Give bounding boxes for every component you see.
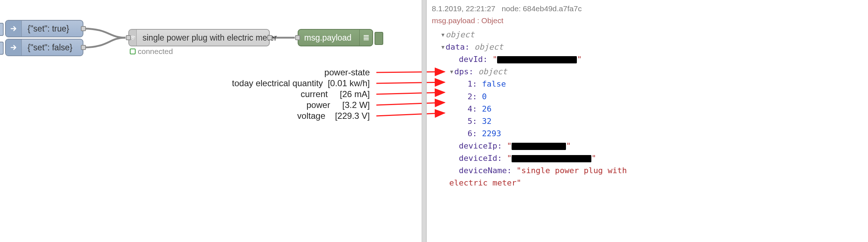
annotation-label: voltage <box>297 111 325 121</box>
inject-arrow-icon <box>6 21 22 37</box>
debug-sidebar: 8.1.2019, 22:21:27 node: 684eb49d.a7fa7c… <box>426 0 662 242</box>
debug-topic: msg.payload : Object <box>432 15 662 27</box>
tree-row-dps-6[interactable]: 6: 2293 <box>432 128 662 140</box>
output-port[interactable] <box>81 26 86 31</box>
tree-value: "" <box>507 154 596 163</box>
tree-key: 2: <box>468 92 478 101</box>
annotation-unit: [3.2 W] <box>342 100 370 110</box>
tree-key: 5: <box>468 117 478 126</box>
redacted-value <box>497 56 577 63</box>
output-port[interactable] <box>81 45 86 50</box>
caret-down-icon[interactable]: ▾ <box>449 66 454 78</box>
annotation-label: today electrical quantity <box>232 78 323 88</box>
input-port[interactable] <box>295 35 300 40</box>
input-port[interactable] <box>126 35 131 40</box>
annotation-unit: [229.3 V] <box>335 111 370 121</box>
annotation-label: current <box>301 89 328 99</box>
debug-msg-header: 8.1.2019, 22:21:27 node: 684eb49d.a7fa7c <box>432 3 662 15</box>
debug-tree[interactable]: ▾object ▾data: object devId: "" ▾dps: ob… <box>432 29 662 189</box>
tree-value: 2293 <box>482 129 501 138</box>
tree-row-data[interactable]: ▾data: object <box>432 41 662 53</box>
tree-row-dps-2[interactable]: 2: 0 <box>432 91 662 103</box>
device-status-text: connected <box>138 47 173 56</box>
redacted-value <box>512 143 566 150</box>
tree-row-dps[interactable]: ▾dps: object <box>432 66 662 78</box>
debug-node[interactable]: msg.payload <box>298 29 373 46</box>
inject-label: {"set": false} <box>28 43 73 52</box>
tree-value: 32 <box>482 117 492 126</box>
device-status: connected <box>130 47 173 56</box>
tree-key: deviceName: <box>459 166 512 175</box>
tree-value: false <box>482 79 506 88</box>
tree-row-deviceid[interactable]: deviceId: "" <box>432 152 662 164</box>
output-port[interactable] <box>267 35 272 40</box>
tree-value: "" <box>492 55 582 64</box>
debug-toggle-button[interactable] <box>375 32 383 45</box>
annotation-unit: [26 mA] <box>340 89 370 99</box>
flow-canvas[interactable]: {"set": true} {"set": false} single powe… <box>0 0 421 242</box>
tree-key: deviceIp: <box>459 141 502 150</box>
debug-label: msg.payload <box>304 33 351 42</box>
annotation-label: power-state <box>325 67 370 77</box>
inject-button[interactable] <box>0 23 4 36</box>
inject-node-set-false[interactable]: {"set": false} <box>5 39 83 56</box>
tree-row-dps-1[interactable]: 1: false <box>432 78 662 90</box>
inject-label: {"set": true} <box>28 24 69 33</box>
tree-value: "" <box>507 141 571 150</box>
tree-key: devId: <box>459 55 488 64</box>
tree-value: 0 <box>482 92 487 101</box>
annotation-row: power [3.2 W] <box>225 100 370 110</box>
tree-key: deviceId: <box>459 154 502 163</box>
annotation-row: voltage [229.3 V] <box>225 111 370 121</box>
tree-value: 26 <box>482 104 492 113</box>
inject-button[interactable] <box>0 42 4 55</box>
tree-row-devid[interactable]: devId: "" <box>432 53 662 66</box>
annotation-row: current [26 mA] <box>225 89 370 99</box>
tree-type: object <box>478 67 507 76</box>
debug-timestamp: 8.1.2019, 22:21:27 <box>432 4 495 13</box>
sidebar-scrollbar[interactable] <box>422 0 426 242</box>
annotation-unit: [0.01 kw/h] <box>328 78 370 88</box>
status-dot-icon <box>130 49 136 54</box>
debug-node-id: node: 684eb49d.a7fa7c <box>502 4 582 13</box>
tree-key: 1: <box>468 79 478 88</box>
tree-key: data: <box>446 42 470 51</box>
tree-key: dps: <box>454 67 474 76</box>
redacted-value <box>512 155 591 162</box>
annotation-label: power <box>306 100 330 110</box>
annotation-row: today electrical quantity [0.01 kw/h] <box>225 78 370 88</box>
tree-row-dps-5[interactable]: 5: 32 <box>432 115 662 128</box>
inject-arrow-icon <box>6 39 22 55</box>
tree-row-root[interactable]: ▾object <box>432 29 662 41</box>
inject-node-set-true[interactable]: {"set": true} <box>5 20 83 37</box>
tree-type: object <box>446 30 474 39</box>
device-label: single power plug with electric meter <box>142 33 277 42</box>
tree-row-devicename[interactable]: deviceName: "single power plug with elec… <box>432 164 662 189</box>
tree-row-dps-4[interactable]: 4: 26 <box>432 103 662 115</box>
caret-down-icon[interactable]: ▾ <box>441 41 446 53</box>
debug-output-icon <box>359 30 372 46</box>
annotation-row: power-state <box>225 67 370 78</box>
caret-down-icon[interactable]: ▾ <box>441 29 446 41</box>
tree-row-deviceip[interactable]: deviceIp: "" <box>432 140 662 152</box>
device-node[interactable]: single power plug with electric meter <box>128 29 270 46</box>
tree-key: 4: <box>468 104 478 113</box>
tree-key: 6: <box>468 129 478 138</box>
tree-type: object <box>474 42 503 51</box>
